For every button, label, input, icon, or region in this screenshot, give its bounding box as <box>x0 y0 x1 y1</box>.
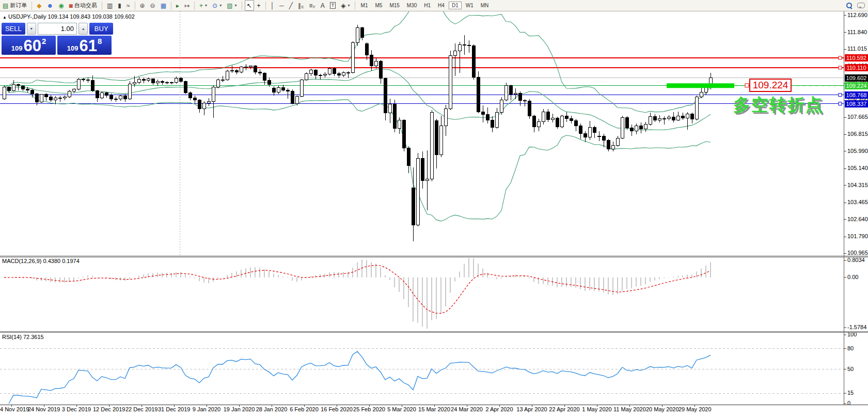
equidistant-channel-button[interactable]: ∥E <box>296 0 306 11</box>
sell-price-pip: 2 <box>42 37 46 45</box>
candle-body <box>449 55 452 109</box>
cursor-button[interactable]: ↖ <box>245 0 254 11</box>
chevron-down-icon[interactable]: ▾ <box>219 3 222 8</box>
macd-histogram-bar <box>468 258 469 277</box>
market-watch-button[interactable]: ☻ <box>45 0 56 11</box>
macd-histogram-bar <box>50 277 51 282</box>
line-chart-type-button[interactable]: ≈ <box>124 0 132 11</box>
volume-down-button[interactable]: ▼ <box>27 23 36 35</box>
timeframe-button-m15[interactable]: M15 <box>386 2 402 9</box>
macd-histogram-bar <box>231 273 232 277</box>
text-button[interactable]: A <box>319 0 327 11</box>
fibonacci-button[interactable]: ≡F <box>307 0 318 11</box>
chart-shift-button[interactable]: ↦ <box>182 0 192 11</box>
chevron-down-icon[interactable]: ▾ <box>348 3 350 8</box>
search-icon[interactable] <box>846 3 852 8</box>
templates-button[interactable]: ▧▾ <box>225 0 239 11</box>
chevron-down-icon[interactable]: ▾ <box>235 3 237 8</box>
timeframe-button-mn[interactable]: MN <box>478 2 492 9</box>
macd-histogram-bar <box>138 276 139 277</box>
auto-scroll-button[interactable]: ▸ <box>174 0 181 11</box>
indicators-button[interactable]: +▾ <box>197 0 209 11</box>
candle-body <box>346 72 350 73</box>
chevron-down-icon[interactable]: ▾ <box>205 3 207 8</box>
candle-body <box>384 78 387 113</box>
candle-body <box>695 97 698 119</box>
chart-profiles-button[interactable]: ◆ <box>35 0 43 11</box>
tile-windows-button[interactable]: ▦ <box>159 0 168 11</box>
candle-body <box>286 90 289 91</box>
macd-histogram-bar <box>18 277 19 277</box>
macd-histogram-bar <box>36 277 37 281</box>
crosshair-button[interactable]: + <box>255 0 263 11</box>
periods-button[interactable]: ⊙▾ <box>210 0 224 11</box>
chat-icon[interactable] <box>857 3 865 8</box>
macd-histogram-bar <box>585 277 586 291</box>
timeframe-button-w1[interactable]: W1 <box>463 2 477 9</box>
collapse-triangle-icon[interactable]: ▲ <box>3 15 7 20</box>
autotrading-button[interactable]: ◙自动交易 <box>67 0 99 11</box>
macd-histogram-bar <box>310 276 311 277</box>
bar-chart-type-button[interactable]: ▥ <box>105 0 115 11</box>
candle-body <box>156 81 159 83</box>
toolbar-separator <box>265 2 266 10</box>
macd-histogram-bar <box>533 277 534 282</box>
candle-body <box>193 98 196 100</box>
sell-price-display[interactable]: 109 60 2 <box>2 36 56 55</box>
candlestick-chart-type-button[interactable]: ▮ <box>116 0 123 11</box>
candle-body <box>26 89 29 90</box>
chart-canvas[interactable] <box>0 0 868 417</box>
trendline-button[interactable]: ╱ <box>287 0 295 11</box>
zoom-in-icon: ⊕ <box>140 3 145 9</box>
candle-body <box>370 55 373 66</box>
signals-button[interactable]: ◉ <box>56 0 66 11</box>
line-chart-type-icon: ≈ <box>127 3 130 9</box>
new-order-button[interactable]: ▤新订单 <box>1 0 29 11</box>
candle-body <box>556 118 559 127</box>
sell-button[interactable]: SELL <box>2 23 25 35</box>
macd-histogram-bar <box>459 271 460 277</box>
macd-histogram-bar <box>338 272 339 277</box>
timeframe-button-m1[interactable]: M1 <box>358 2 371 9</box>
candle-body <box>653 117 656 120</box>
macd-histogram-bar <box>622 277 623 291</box>
volume-up-button[interactable]: ▲ <box>78 23 88 35</box>
buy-button[interactable]: BUY <box>89 23 113 35</box>
macd-histogram-bar <box>417 277 418 323</box>
timeframe-button-h4[interactable]: H4 <box>435 2 448 9</box>
price-badge-108.337: 108.337 <box>845 100 868 107</box>
macd-histogram-bar <box>282 276 283 277</box>
macd-histogram-bar <box>87 275 88 277</box>
trendline-icon: ╱ <box>289 3 293 9</box>
macd-histogram-bar <box>464 264 465 277</box>
macd-histogram-bar <box>357 262 358 277</box>
line-handle <box>839 66 842 69</box>
macd-histogram-bar <box>55 277 56 283</box>
text-label-button[interactable]: T <box>328 0 338 11</box>
timeframe-button-h1[interactable]: H1 <box>421 2 434 9</box>
macd-histogram-bar <box>654 277 655 281</box>
macd-histogram-bar <box>236 271 237 277</box>
candle-body <box>435 121 438 155</box>
macd-histogram-bar <box>413 277 414 322</box>
candle-body <box>690 114 693 119</box>
periods-icon: ⊙ <box>212 3 217 9</box>
vertical-line-button[interactable]: │ <box>269 0 277 11</box>
buy-price-display[interactable]: 109 61 8 <box>57 36 112 55</box>
volume-input[interactable] <box>38 23 77 35</box>
vertical-line-icon: │ <box>271 3 275 9</box>
macd-histogram-bar <box>575 277 576 288</box>
macd-histogram-bar <box>255 268 256 277</box>
timeframe-button-d1[interactable]: D1 <box>449 2 462 9</box>
macd-histogram-bar <box>176 272 177 277</box>
timeframe-button-m5[interactable]: M5 <box>372 2 386 9</box>
zoom-in-button[interactable]: ⊕ <box>138 0 147 11</box>
horizontal-line-button[interactable]: ─ <box>277 0 286 11</box>
timeframe-button-m30[interactable]: M30 <box>404 2 420 9</box>
candle-body <box>425 179 429 181</box>
zoom-out-button[interactable]: ⊖ <box>148 0 157 11</box>
candle-body <box>500 100 503 113</box>
shapes-button[interactable]: ◈▾ <box>339 0 352 11</box>
price-annotation-box[interactable]: 109.224 <box>749 79 792 92</box>
candle-body <box>114 99 117 99</box>
